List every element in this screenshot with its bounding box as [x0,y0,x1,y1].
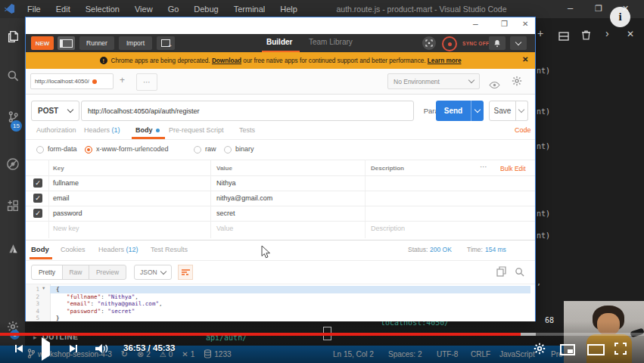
new-description-placeholder[interactable]: Description [371,225,405,232]
table-row[interactable]: ✓ password secret [26,206,535,221]
azure-icon[interactable] [5,241,20,256]
format-select[interactable]: JSON [134,265,172,280]
miniplayer-icon[interactable] [560,344,575,355]
extensions-icon[interactable] [5,198,20,213]
row-key[interactable]: password [53,209,82,217]
toolbar-chevron-button[interactable] [510,36,527,50]
row-checkbox[interactable]: ✓ [33,209,42,218]
tab-tests[interactable]: Tests [239,126,255,134]
view-raw-button[interactable]: Raw [62,265,89,280]
code-link[interactable]: Code [515,126,531,134]
info-card-icon[interactable]: i [610,7,630,27]
explorer-icon[interactable] [5,29,20,44]
split-editor-icon[interactable] [558,30,569,44]
bulk-edit-link[interactable]: Bulk Edit [500,165,526,172]
tab-builder[interactable]: Builder [266,38,292,46]
row-checkbox[interactable]: ✓ [33,194,42,203]
send-options-button[interactable] [471,101,484,121]
tab-headers[interactable]: Headers (1) [84,126,120,134]
row-key[interactable]: email [53,194,70,202]
environment-preview-eye-icon[interactable] [489,78,500,92]
debug-icon[interactable] [5,157,20,172]
menu-view[interactable]: View [127,0,160,18]
row-value[interactable]: nithya@gmail.com [216,194,272,202]
save-button[interactable]: Save [489,101,516,121]
fold-caret-icon[interactable]: ▾ [42,285,45,291]
postman-minimize-icon[interactable]: – [473,19,478,29]
menu-file[interactable]: File [20,0,48,18]
table-options-icon[interactable]: ⋯ [480,163,488,171]
menu-go[interactable]: Go [160,0,187,18]
menu-terminal[interactable]: Terminal [226,0,273,18]
add-tab-icon[interactable]: + [120,75,125,85]
copy-icon[interactable] [496,266,506,280]
banner-close-icon[interactable]: ✕ [522,55,528,64]
new-key-placeholder[interactable]: New key [53,225,79,232]
radio-binary[interactable] [224,146,232,154]
tab-pre-request-script[interactable]: Pre-request Script [169,126,224,134]
menu-debug[interactable]: Debug [186,0,226,18]
volume-icon[interactable] [95,343,110,357]
play-button[interactable] [42,343,50,356]
new-button[interactable]: NEW [31,36,54,50]
player-settings-gear-icon[interactable] [534,343,546,358]
postman-maximize-icon[interactable]: ❐ [501,20,508,28]
table-row[interactable]: ✓ email nithya@gmail.com [26,191,535,206]
response-tab-headers[interactable]: Headers (12) [98,246,138,253]
radio-binary-label[interactable]: binary [235,145,254,153]
import-button[interactable]: Import [119,36,152,50]
menu-help[interactable]: Help [272,0,305,18]
json-response-body[interactable]: { "fullname": "Nithya", "email": "nithya… [56,286,162,322]
method-select[interactable]: POST [31,101,79,121]
search-icon[interactable] [5,68,20,83]
menu-edit[interactable]: Edit [48,0,78,18]
panel-close-icon[interactable]: ✕ [627,29,634,39]
wrap-lines-button[interactable] [178,265,193,280]
vscode-restore-icon[interactable]: ❐ [595,0,602,17]
vscode-minimize-icon[interactable]: – [568,0,573,17]
search-response-icon[interactable] [515,266,524,280]
trash-icon[interactable] [581,29,591,43]
row-checkbox[interactable]: ✓ [33,178,42,188]
view-pretty-button[interactable]: Pretty [31,265,63,280]
progress-played[interactable] [0,333,521,336]
row-value[interactable]: Nithya [216,179,236,187]
new-window-button[interactable]: + [157,36,175,50]
table-row[interactable]: ✓ fullname Nithya [26,175,535,191]
tab-team-library[interactable]: Team Library [309,38,353,46]
layout-toggle-button[interactable] [58,36,75,50]
request-tab[interactable]: http://localhost:4050/ [30,73,114,89]
radio-x-www-form-urlencoded-label[interactable]: x-www-form-urlencoded [96,145,169,153]
response-tab-test-results[interactable]: Test Results [151,246,188,253]
banner-learn-more-link[interactable]: Learn more [428,57,462,64]
environment-select[interactable]: No Environment [387,73,480,89]
radio-form-data-label[interactable]: form-data [48,145,77,153]
view-preview-button[interactable]: Preview [89,265,126,280]
settings-gear-icon[interactable] [512,76,522,89]
menu-selection[interactable]: Selection [78,0,127,18]
table-new-row[interactable]: New key Value Description [26,221,535,236]
radio-x-www-form-urlencoded[interactable] [85,146,92,154]
banner-download-link[interactable]: Download [212,57,241,64]
tab-authorization[interactable]: Authorization [36,126,76,134]
sync-status-icon[interactable] [442,36,457,51]
theater-mode-icon[interactable] [587,344,605,355]
send-button[interactable]: Send [436,101,471,121]
radio-raw-label[interactable]: raw [205,145,216,153]
previous-button[interactable] [15,345,23,352]
row-value[interactable]: secret [216,209,235,217]
fullscreen-icon[interactable] [614,343,627,358]
chevron-right-icon[interactable]: › [605,27,609,39]
panel-plus-icon[interactable]: + [537,27,543,39]
url-input[interactable]: http://localhost:4050/api/auth/register [81,101,414,121]
response-tab-cookies[interactable]: Cookies [61,246,86,253]
row-key[interactable]: fullname [53,179,79,187]
radio-raw[interactable] [194,146,201,154]
runner-button[interactable]: Runner [79,36,114,50]
tab-options-button[interactable]: ⋯ [136,73,157,91]
capture-requests-icon[interactable] [422,36,436,50]
tab-body[interactable]: Body [135,126,153,134]
new-value-placeholder[interactable]: Value [216,225,233,232]
next-button[interactable] [70,345,77,352]
save-options-button[interactable] [515,101,528,121]
